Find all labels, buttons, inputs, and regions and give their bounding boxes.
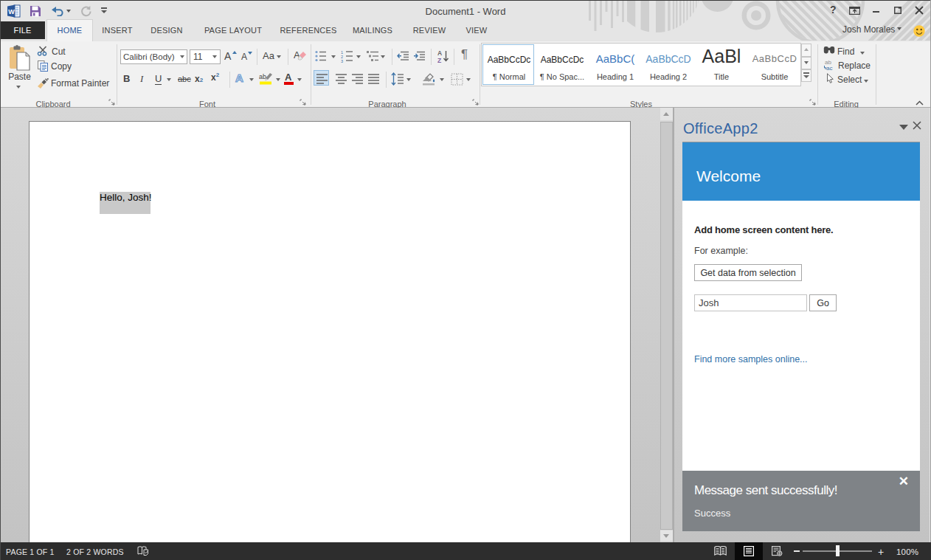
svg-text:Z: Z <box>437 57 441 63</box>
svg-text:3: 3 <box>341 59 343 63</box>
svg-text:ac: ac <box>826 65 832 70</box>
svg-text:A: A <box>437 49 442 57</box>
svg-text:ab: ab <box>259 73 266 80</box>
svg-text:W: W <box>8 8 15 15</box>
